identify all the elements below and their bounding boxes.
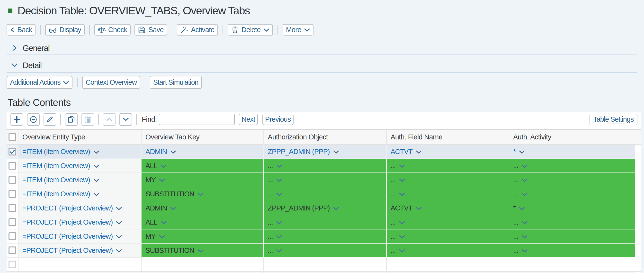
cell-value-link[interactable]: =ITEM (Item Overview) <box>22 162 90 170</box>
table-cell: =ITEM (Item Overview) <box>18 187 142 201</box>
cell-value[interactable]: ... <box>268 190 273 198</box>
edit-row-button[interactable] <box>44 113 56 126</box>
section-general[interactable]: General <box>6 43 49 53</box>
row-checkbox[interactable] <box>8 162 16 170</box>
table-cell: ... <box>387 215 509 229</box>
row-filler-cell <box>635 173 640 187</box>
chevron-down-icon <box>276 193 282 196</box>
cell-value[interactable]: ... <box>390 246 396 254</box>
cell-value[interactable]: ALL <box>146 218 157 226</box>
cell-value[interactable]: ... <box>390 162 396 170</box>
copy-row-button[interactable] <box>65 113 78 126</box>
row-filler-cell <box>635 159 640 173</box>
save-button[interactable]: Save <box>134 24 167 36</box>
cell-value[interactable]: * <box>513 204 516 212</box>
table-settings-button[interactable]: Table Settings <box>590 114 638 125</box>
toolbar-separator <box>89 25 90 35</box>
row-checkbox[interactable] <box>8 190 16 198</box>
cell-value[interactable]: ... <box>390 190 396 198</box>
check-button[interactable]: Check <box>94 24 130 36</box>
table-cell: ALL <box>142 159 264 173</box>
cell-value[interactable]: ... <box>268 218 273 226</box>
cell-value[interactable]: ZPPP_ADMIN (PPP) <box>268 204 330 212</box>
start-simulation-button[interactable]: Start Simulation <box>150 76 202 89</box>
cell-value-link[interactable]: =PROJECT (Project Overview) <box>22 204 112 212</box>
row-checkbox[interactable] <box>8 218 16 226</box>
cell-value[interactable]: ... <box>390 176 396 184</box>
chevron-down-icon <box>522 235 528 238</box>
cell-value[interactable]: ... <box>268 162 273 170</box>
additional-actions-button[interactable]: Additional Actions <box>6 76 72 89</box>
row-select-cell <box>6 258 18 272</box>
row-checkbox[interactable] <box>8 204 16 212</box>
table-cell <box>387 258 509 272</box>
cell-value-link[interactable]: =ITEM (Item Overview) <box>22 190 90 198</box>
find-previous-button[interactable]: Previous <box>262 114 294 125</box>
add-row-button[interactable] <box>10 113 23 126</box>
cell-value[interactable]: SUBSTITUTION <box>146 190 194 198</box>
more-button[interactable]: More <box>282 24 314 36</box>
row-checkbox[interactable] <box>8 246 16 254</box>
cell-value[interactable]: ALL <box>146 162 157 170</box>
find-label: Find: <box>142 115 157 123</box>
cell-value[interactable]: ... <box>513 176 518 184</box>
cell-value-link[interactable]: =ITEM (Item Overview) <box>22 148 90 156</box>
cell-value-link[interactable]: ACTVT <box>390 148 412 156</box>
cell-value-link[interactable]: =PROJECT (Project Overview) <box>22 246 112 254</box>
cell-value[interactable]: ... <box>390 218 396 226</box>
column-header: Overview Tab Key <box>142 130 264 145</box>
section-divider <box>6 55 638 55</box>
cell-value[interactable]: ... <box>513 190 518 198</box>
row-checkbox[interactable] <box>8 176 16 184</box>
context-overview-button[interactable]: Context Overview <box>82 76 140 89</box>
cell-value-link[interactable]: ZPPP_ADMIN (PPP) <box>268 148 330 156</box>
move-up-button[interactable] <box>103 113 116 126</box>
cell-value[interactable]: ... <box>513 232 518 240</box>
row-checkbox[interactable] <box>8 148 16 155</box>
chevron-down-icon <box>519 150 525 154</box>
cell-value[interactable]: ... <box>513 246 518 254</box>
activate-label: Activate <box>191 26 214 34</box>
cell-value-link[interactable]: =PROJECT (Project Overview) <box>22 218 112 226</box>
activate-button[interactable]: Activate <box>177 24 218 36</box>
cell-value[interactable]: MY <box>146 232 156 240</box>
cell-value[interactable]: ADMIN <box>146 204 167 212</box>
cell-value[interactable]: ACTVT <box>390 204 412 212</box>
cell-value[interactable]: ... <box>390 232 396 240</box>
table-contents-title: Table Contents <box>8 97 71 108</box>
row-select-cell <box>6 201 18 215</box>
table-cell: =PROJECT (Project Overview) <box>18 243 142 258</box>
delete-button[interactable]: Delete <box>228 24 273 36</box>
status-square-icon <box>8 9 12 13</box>
select-all-checkbox[interactable] <box>8 133 16 141</box>
row-checkbox[interactable] <box>8 232 16 240</box>
remove-row-button[interactable] <box>27 113 40 126</box>
cell-value-link[interactable]: * <box>513 148 516 156</box>
back-button[interactable]: Back <box>6 24 36 36</box>
find-input[interactable] <box>159 114 235 125</box>
section-detail[interactable]: Detail <box>6 60 42 70</box>
chevron-down-icon <box>276 179 282 182</box>
row-checkbox[interactable] <box>8 260 16 268</box>
paste-row-button[interactable] <box>82 113 94 126</box>
cell-value[interactable]: ... <box>513 218 518 226</box>
cell-value[interactable]: ... <box>513 162 518 170</box>
row-select-cell <box>6 145 18 159</box>
cell-value[interactable]: ... <box>268 176 273 184</box>
chevron-down-icon <box>416 207 422 210</box>
table-row: =ITEM (Item Overview)ADMINZPPP_ADMIN (PP… <box>6 145 640 159</box>
cell-value[interactable]: SUBSTITUTION <box>146 246 194 254</box>
cell-value-link[interactable]: =ITEM (Item Overview) <box>22 176 90 184</box>
cell-value-link[interactable]: =PROJECT (Project Overview) <box>22 232 112 240</box>
table-cell: * <box>509 145 635 159</box>
chevron-down-icon <box>161 164 166 168</box>
cell-value-link[interactable]: ADMIN <box>146 148 167 156</box>
cell-value[interactable]: MY <box>146 176 156 184</box>
cell-value[interactable]: ... <box>268 232 273 240</box>
table-cell: ... <box>509 187 635 201</box>
display-button[interactable]: Display <box>45 24 85 36</box>
find-next-button[interactable]: Next <box>239 114 258 125</box>
move-down-button[interactable] <box>120 113 132 126</box>
cell-value[interactable]: ... <box>268 246 273 254</box>
chevron-down-icon <box>116 207 122 210</box>
